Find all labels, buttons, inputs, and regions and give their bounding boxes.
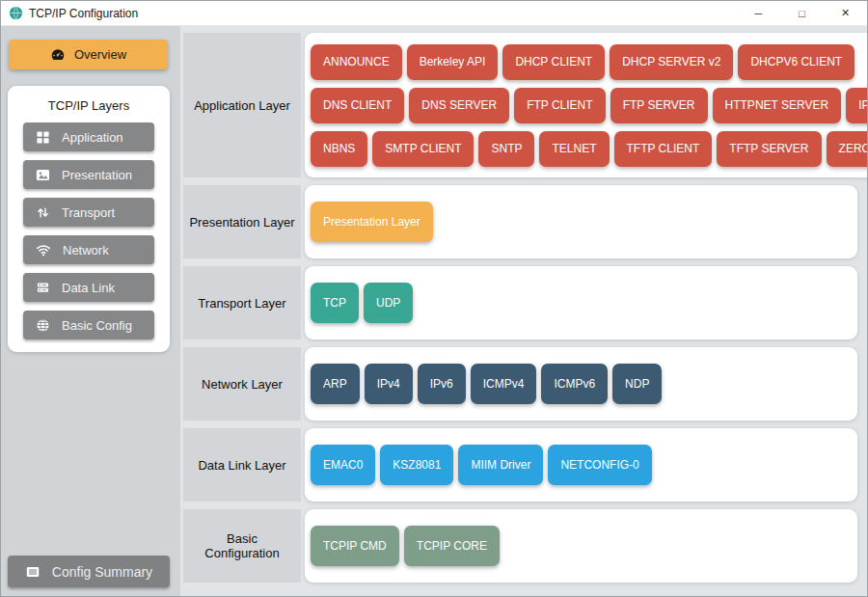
sidebar-item-application[interactable]: Application	[23, 122, 154, 151]
module-button-ipv6[interactable]: IPv6	[418, 364, 466, 404]
layer-row-transport: Transport LayerTCPUDP	[183, 266, 857, 339]
sidebar-item-network[interactable]: Network	[23, 235, 154, 264]
content-area: Overview TCP/IP Layers ApplicationPresen…	[1, 26, 867, 596]
layer-label-presentation: Presentation Layer	[183, 185, 301, 258]
sidebar-item-presentation[interactable]: Presentation	[23, 160, 154, 189]
layer-panel-basic-configuration: TCPIP CMDTCPIP CORE	[305, 509, 857, 583]
button-line: ARPIPv4IPv6ICMPv4ICMPv6NDP	[311, 364, 852, 404]
window-title: TCP/IP Configuration	[29, 7, 737, 20]
layer-row-presentation: Presentation LayerPresentation Layer	[183, 185, 857, 258]
module-button-dhcp-client[interactable]: DHCP CLIENT	[502, 44, 605, 80]
layer-label-network: Network Layer	[183, 347, 301, 421]
config-summary-button[interactable]: Config Summary	[8, 556, 170, 587]
layer-panel-network: ARPIPv4IPv6ICMPv4ICMPv6NDP	[305, 347, 857, 421]
server-icon	[36, 281, 50, 295]
module-button-telnet[interactable]: TELNET	[539, 131, 609, 167]
module-button-ndp[interactable]: NDP	[612, 364, 662, 404]
module-button-dns-client[interactable]: DNS CLIENT	[311, 88, 404, 123]
window-controls: ─ □ ✕	[737, 1, 867, 26]
button-line: NBNSSMTP CLIENTSNTPTELNETTFTP CLIENTTFTP…	[311, 131, 867, 167]
list-icon	[25, 564, 41, 580]
layer-label-data-link: Data Link Layer	[183, 428, 301, 502]
module-button-miim-driver[interactable]: MIIM Driver	[458, 445, 543, 485]
module-button-dns-server[interactable]: DNS SERVER	[409, 88, 509, 123]
sidebar-item-label: Transport	[62, 205, 115, 220]
config-summary-label: Config Summary	[52, 564, 152, 580]
module-button-nbns[interactable]: NBNS	[311, 131, 367, 167]
module-button-icmpv6[interactable]: ICMPv6	[541, 364, 608, 404]
layer-panel-presentation: Presentation Layer	[305, 185, 857, 258]
module-button-sntp[interactable]: SNTP	[478, 131, 534, 167]
module-button-presentation-layer[interactable]: Presentation Layer	[311, 202, 433, 242]
module-button-smtp-client[interactable]: SMTP CLIENT	[372, 131, 474, 167]
globe-icon	[36, 318, 50, 333]
module-button-dhcp-server-v2[interactable]: DHCP SERVER v2	[610, 44, 733, 80]
module-button-zeroconf[interactable]: ZEROCONF	[827, 131, 867, 167]
sidebar-item-label: Application	[62, 130, 123, 145]
overview-button[interactable]: Overview	[9, 40, 168, 69]
button-line: Presentation Layer	[311, 202, 852, 242]
sidebar-item-label: Basic Config	[62, 318, 132, 333]
module-button-berkeley-api[interactable]: Berkeley API	[407, 44, 499, 80]
layer-row-basic-configuration: Basic ConfigurationTCPIP CMDTCPIP CORE	[183, 509, 857, 583]
layer-label-transport: Transport Layer	[183, 266, 301, 339]
sidebar-item-transport[interactable]: Transport	[23, 198, 154, 227]
module-button-netconfig-0[interactable]: NETCONFIG-0	[548, 445, 651, 485]
arrows-updown-icon	[36, 205, 50, 220]
close-button[interactable]: ✕	[824, 1, 867, 26]
layer-row-network: Network LayerARPIPv4IPv6ICMPv4ICMPv6NDP	[183, 347, 857, 421]
layer-row-application: Application LayerANNOUNCEBerkeley APIDHC…	[183, 33, 857, 177]
sidebar-item-label: Network	[63, 243, 109, 258]
grid-icon	[36, 130, 50, 145]
layers-main: Application LayerANNOUNCEBerkeley APIDHC…	[180, 26, 867, 596]
button-line: DNS CLIENTDNS SERVERFTP CLIENTFTP SERVER…	[311, 88, 867, 123]
module-button-ftp-client[interactable]: FTP CLIENT	[514, 88, 605, 123]
layer-nav: ApplicationPresentationTransportNetworkD…	[8, 122, 170, 339]
module-button-announce[interactable]: ANNOUNCE	[311, 44, 402, 80]
sidebar-item-label: Presentation	[62, 168, 132, 182]
module-button-arp[interactable]: ARP	[311, 364, 360, 404]
module-button-tcpip-cmd[interactable]: TCPIP CMD	[311, 526, 399, 566]
minimize-button[interactable]: ─	[737, 1, 780, 26]
sidebar-item-label: Data Link	[62, 281, 115, 295]
module-button-tcpip-core[interactable]: TCPIP CORE	[404, 526, 500, 566]
app-window: TCP/IP Configuration ─ □ ✕ Overview TCP/…	[0, 0, 868, 597]
button-line: ANNOUNCEBerkeley APIDHCP CLIENTDHCP SERV…	[311, 44, 867, 80]
image-icon	[36, 168, 50, 182]
module-button-httpnet-server[interactable]: HTTPNET SERVER	[713, 88, 842, 123]
module-button-ksz8081[interactable]: KSZ8081	[380, 445, 453, 485]
button-line: TCPIP CMDTCPIP CORE	[311, 526, 852, 566]
titlebar: TCP/IP Configuration ─ □ ✕	[1, 1, 867, 26]
module-button-udp[interactable]: UDP	[364, 283, 413, 323]
button-line: TCPUDP	[311, 283, 852, 323]
button-line: EMAC0KSZ8081MIIM DriverNETCONFIG-0	[311, 445, 852, 485]
module-button-tcp[interactable]: TCP	[311, 283, 359, 323]
module-button-dhcpv6-client[interactable]: DHCPV6 CLIENT	[738, 44, 854, 80]
overview-button-label: Overview	[74, 47, 126, 62]
layer-label-basic-configuration: Basic Configuration	[183, 509, 301, 583]
module-button-tftp-client[interactable]: TFTP CLIENT	[614, 131, 713, 167]
module-button-icmpv4[interactable]: ICMPv4	[471, 364, 537, 404]
module-button-ipv4[interactable]: IPv4	[365, 364, 413, 404]
layer-label-application: Application Layer	[183, 33, 301, 177]
app-logo-icon	[9, 6, 23, 20]
layer-panel-transport: TCPUDP	[305, 266, 857, 339]
sidebar-item-basic-config[interactable]: Basic Config	[23, 311, 154, 339]
module-button-emac0[interactable]: EMAC0	[311, 445, 375, 485]
maximize-button[interactable]: □	[780, 1, 824, 26]
tcpip-layers-panel: TCP/IP Layers ApplicationPresentationTra…	[8, 86, 170, 352]
gauge-icon	[50, 47, 66, 63]
module-button-ftp-server[interactable]: FTP SERVER	[610, 88, 708, 123]
layer-panel-data-link: EMAC0KSZ8081MIIM DriverNETCONFIG-0	[305, 428, 857, 502]
layers-panel-title: TCP/IP Layers	[8, 95, 170, 122]
layer-panel-application: ANNOUNCEBerkeley APIDHCP CLIENTDHCP SERV…	[305, 33, 867, 177]
sidebar: Overview TCP/IP Layers ApplicationPresen…	[1, 26, 180, 596]
module-button-iperf[interactable]: IPERF	[846, 88, 867, 123]
wifi-icon	[36, 242, 51, 258]
module-button-tftp-server[interactable]: TFTP SERVER	[717, 131, 821, 167]
layer-row-data-link: Data Link LayerEMAC0KSZ8081MIIM DriverNE…	[183, 428, 857, 502]
sidebar-item-data-link[interactable]: Data Link	[23, 273, 154, 302]
